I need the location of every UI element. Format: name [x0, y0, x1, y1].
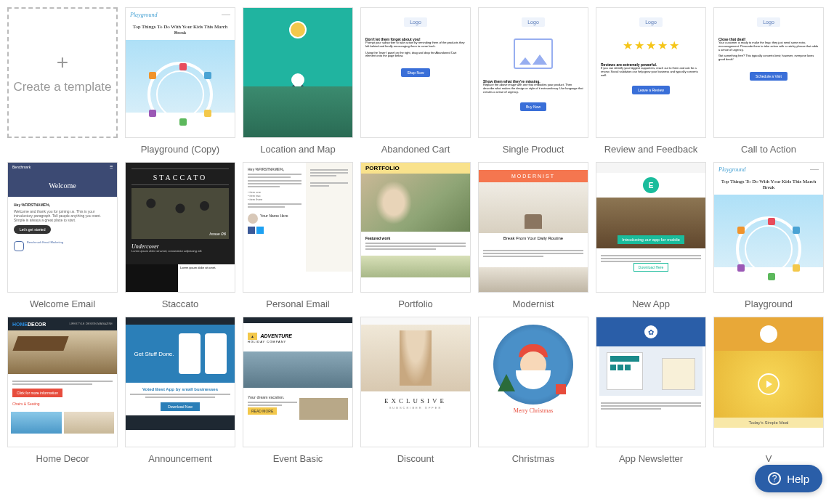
template-home-decor[interactable]: HOMEDECOR LIFESTYLE DESIGN MAGAZINE Clic… — [7, 317, 118, 464]
template-label: Review and Feedback — [604, 144, 698, 155]
portrait-image — [361, 174, 470, 232]
template-staccato[interactable]: STACCATO Issue 06 Undercover Lorem ipsum… — [125, 162, 235, 309]
template-label: Call to Action — [741, 144, 796, 155]
template-christmas[interactable]: Merry Christmas Christmas — [478, 317, 588, 464]
template-playground-copy[interactable]: Playground――― Top Things To Do With Your… — [125, 7, 235, 155]
phone-mockup-icon — [179, 333, 201, 374]
template-review-feedback[interactable]: Logo ★★★★★ Reviews are extremely powerfu… — [596, 7, 706, 155]
template-label: Home Decor — [36, 453, 89, 464]
template-call-to-action[interactable]: Logo Close that deal! Your customer is r… — [713, 7, 824, 155]
body-text: Got something free? This typically conve… — [718, 54, 819, 62]
template-portfolio[interactable]: PORTFOLIO Featured work Portfolio — [360, 162, 471, 309]
template-label: V — [766, 453, 772, 464]
template-label: Personal Email — [266, 298, 329, 309]
template-label: Christmas — [512, 453, 555, 464]
welcome-banner: Welcome — [8, 174, 117, 197]
food-logo-icon — [760, 325, 777, 343]
phone-mockup-icon — [205, 333, 227, 374]
help-widget[interactable]: ? Help — [755, 465, 822, 471]
template-location-map[interactable]: Location and Map — [243, 7, 353, 155]
template-announcement[interactable]: Get Stuff Done. Voted Best App by small … — [125, 317, 235, 464]
camera-image: Issue 06 — [131, 188, 229, 239]
template-abandoned-cart[interactable]: Logo Don't let them forget about you! Pr… — [360, 7, 471, 155]
template-app-newsletter[interactable]: ✿ App Newsletter — [596, 317, 706, 464]
logo-placeholder: Logo — [522, 17, 545, 27]
plus-icon: + — [57, 51, 68, 74]
template-label: Playground (Copy) — [141, 144, 219, 155]
template-label: Welcome Email — [30, 298, 95, 309]
template-label: App Newsletter — [619, 453, 683, 464]
template-label: Modernist — [512, 298, 554, 309]
body-text: Prompt your subscriber to take action by… — [365, 41, 466, 49]
headline: Top Things To Do With Your Kids This Mar… — [714, 176, 823, 193]
house-image — [8, 330, 117, 374]
template-label: Discount — [397, 453, 434, 464]
template-label: Abandoned Cart — [381, 144, 450, 155]
app-logo-icon: E — [643, 177, 659, 193]
headline: Top Things To Do With Your Kids This Mar… — [126, 21, 235, 38]
cta-button: Schedule a Visit — [750, 72, 788, 81]
hero: Get Stuff Done. — [126, 325, 235, 383]
template-label: Portfolio — [398, 298, 433, 309]
template-modernist[interactable]: MODERNIST Break From Your Daily Routine … — [478, 162, 588, 309]
template-label: New App — [632, 298, 670, 309]
screenshot-mockups — [599, 346, 703, 396]
hero-image: Introducing our app for mobile — [596, 198, 705, 248]
cta-button: Shop Now — [401, 68, 429, 77]
cta-button: Download Now — [161, 402, 200, 411]
body-text: Using the 'Insert' panel on the right, d… — [365, 52, 466, 59]
template-welcome-email[interactable]: Benchmark☰ Welcome Hey %FIRSTNAME%, Welc… — [7, 162, 118, 309]
template-event-basic[interactable]: ▲ ADVENTURE HOLIDAY COMPANY Your dream v… — [243, 317, 353, 464]
template-new-app[interactable]: E Introducing our app for mobile Downloa… — [596, 162, 706, 309]
template-video[interactable]: Today's Simple Meal V — [713, 317, 824, 464]
logo-placeholder: Logo — [639, 17, 663, 27]
exclusive-title: EXCLUSIVE — [361, 391, 470, 406]
template-label: Staccato — [162, 298, 199, 309]
body-text: Replace the above image with one that em… — [483, 84, 583, 94]
template-label: Event Basic — [273, 453, 323, 464]
read-more-button: READ MORE — [248, 407, 277, 415]
santa-illustration — [493, 325, 573, 405]
portfolio-title: PORTFOLIO — [361, 163, 470, 174]
template-label: Single Product — [503, 144, 564, 155]
template-personal-email[interactable]: Hey %FIRSTNAME%, • item one• item two• i… — [243, 162, 353, 309]
cta-button: Let's get started — [14, 225, 51, 234]
rafting-image — [243, 351, 352, 388]
template-single-product[interactable]: Logo Show them what they're missing. Rep… — [478, 7, 588, 155]
image-placeholder-icon — [514, 38, 553, 69]
body-text: If you can identify your biggest support… — [601, 67, 701, 77]
cta-button: Leave a Review — [632, 86, 670, 94]
tagline: Break From Your Daily Routine — [479, 233, 588, 243]
create-template-label: Create a template — [13, 80, 111, 94]
cta-button: Buy Now — [520, 102, 546, 111]
staccato-title: STACCATO — [131, 168, 229, 185]
cta-button: Click for more information — [12, 389, 62, 397]
ferris-wheel-image — [126, 40, 235, 113]
template-label: Location and Map — [260, 144, 335, 155]
app-icon: ✿ — [644, 325, 657, 338]
create-template-card[interactable]: + Create a template — [7, 7, 118, 155]
template-discount[interactable]: EXCLUSIVE SUBSCRIBER OFFER Discount — [360, 317, 471, 464]
ferris-wheel-image — [714, 195, 823, 267]
logo-placeholder: Logo — [404, 17, 427, 27]
logo-placeholder: Logo — [757, 17, 780, 27]
body-text: Your customer is ready to make the leap;… — [718, 41, 819, 52]
template-playground[interactable]: Playground――― Top Things To Do With Your… — [713, 162, 824, 309]
room-image — [479, 182, 588, 233]
modernist-title: MODERNIST — [479, 170, 588, 182]
template-grid: + Create a template Playground――― Top Th… — [7, 7, 827, 464]
play-icon — [758, 373, 780, 395]
template-label: Announcement — [148, 453, 211, 464]
map-illustration — [243, 8, 352, 137]
greeting-text: Merry Christmas — [479, 407, 588, 414]
template-label: Playground — [745, 298, 793, 309]
brand-text: Playground — [130, 12, 157, 18]
food-video-image — [714, 351, 823, 418]
star-rating-icon: ★★★★★ — [596, 33, 705, 58]
model-image — [361, 325, 470, 391]
